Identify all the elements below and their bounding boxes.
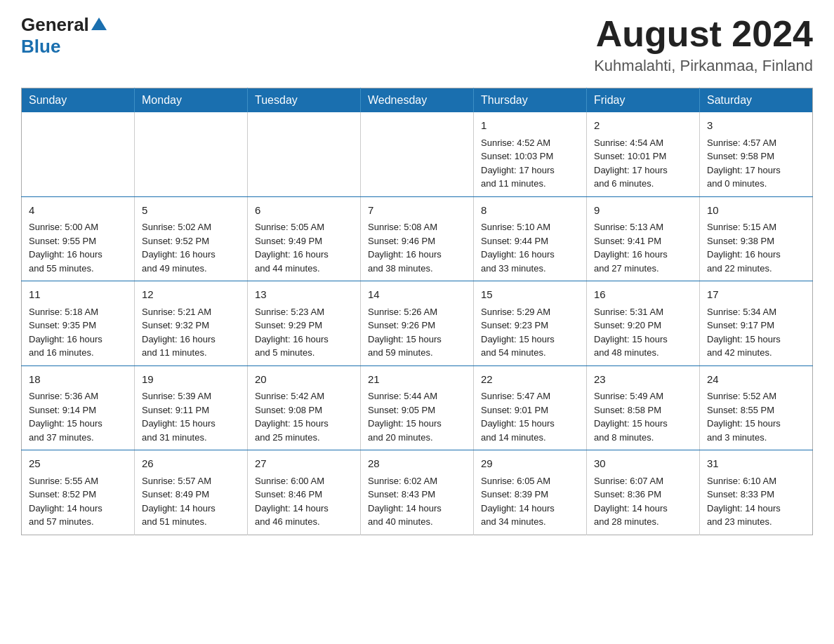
calendar-cell: 18Sunrise: 5:36 AMSunset: 9:14 PMDayligh… xyxy=(22,365,135,450)
calendar-title: August 2024 xyxy=(594,14,813,54)
title-block: August 2024 Kuhmalahti, Pirkanmaa, Finla… xyxy=(594,14,813,75)
day-number: 8 xyxy=(481,203,579,219)
calendar-cell xyxy=(22,112,135,196)
calendar-cell: 20Sunrise: 5:42 AMSunset: 9:08 PMDayligh… xyxy=(248,365,361,450)
calendar-cell: 6Sunrise: 5:05 AMSunset: 9:49 PMDaylight… xyxy=(248,196,361,281)
calendar-cell: 25Sunrise: 5:55 AMSunset: 8:52 PMDayligh… xyxy=(22,450,135,535)
calendar-cell: 10Sunrise: 5:15 AMSunset: 9:38 PMDayligh… xyxy=(700,196,813,281)
day-number: 6 xyxy=(255,203,353,219)
day-number: 18 xyxy=(29,372,127,388)
day-number: 20 xyxy=(255,372,353,388)
day-info: Sunrise: 5:10 AMSunset: 9:44 PMDaylight:… xyxy=(481,220,579,275)
calendar-cell: 27Sunrise: 6:00 AMSunset: 8:46 PMDayligh… xyxy=(248,450,361,535)
day-info: Sunrise: 5:49 AMSunset: 8:58 PMDaylight:… xyxy=(594,389,692,444)
day-info: Sunrise: 6:00 AMSunset: 8:46 PMDaylight:… xyxy=(255,474,353,529)
calendar-week-5: 25Sunrise: 5:55 AMSunset: 8:52 PMDayligh… xyxy=(22,450,813,535)
day-info: Sunrise: 5:34 AMSunset: 9:17 PMDaylight:… xyxy=(707,305,805,360)
calendar-cell: 23Sunrise: 5:49 AMSunset: 8:58 PMDayligh… xyxy=(587,365,700,450)
page-header: General Blue August 2024 Kuhmalahti, Pir… xyxy=(21,14,813,75)
day-info: Sunrise: 5:44 AMSunset: 9:05 PMDaylight:… xyxy=(368,389,466,444)
calendar-cell xyxy=(248,112,361,196)
day-number: 16 xyxy=(594,287,692,303)
calendar-cell: 24Sunrise: 5:52 AMSunset: 8:55 PMDayligh… xyxy=(700,365,813,450)
day-info: Sunrise: 5:05 AMSunset: 9:49 PMDaylight:… xyxy=(255,220,353,275)
calendar-cell: 13Sunrise: 5:23 AMSunset: 9:29 PMDayligh… xyxy=(248,281,361,366)
calendar-cell: 4Sunrise: 5:00 AMSunset: 9:55 PMDaylight… xyxy=(22,196,135,281)
day-info: Sunrise: 5:08 AMSunset: 9:46 PMDaylight:… xyxy=(368,220,466,275)
day-number: 21 xyxy=(368,372,466,388)
calendar-week-3: 11Sunrise: 5:18 AMSunset: 9:35 PMDayligh… xyxy=(22,281,813,366)
day-info: Sunrise: 5:42 AMSunset: 9:08 PMDaylight:… xyxy=(255,389,353,444)
day-number: 19 xyxy=(142,372,240,388)
day-info: Sunrise: 5:39 AMSunset: 9:11 PMDaylight:… xyxy=(142,389,240,444)
calendar-cell: 7Sunrise: 5:08 AMSunset: 9:46 PMDaylight… xyxy=(361,196,474,281)
day-info: Sunrise: 5:23 AMSunset: 9:29 PMDaylight:… xyxy=(255,305,353,360)
day-number: 26 xyxy=(142,456,240,472)
calendar-week-1: 1Sunrise: 4:52 AMSunset: 10:03 PMDayligh… xyxy=(22,112,813,196)
calendar-week-4: 18Sunrise: 5:36 AMSunset: 9:14 PMDayligh… xyxy=(22,365,813,450)
day-number: 12 xyxy=(142,287,240,303)
calendar-cell: 21Sunrise: 5:44 AMSunset: 9:05 PMDayligh… xyxy=(361,365,474,450)
day-info: Sunrise: 4:52 AMSunset: 10:03 PMDaylight… xyxy=(481,136,579,191)
calendar-location: Kuhmalahti, Pirkanmaa, Finland xyxy=(594,57,813,75)
day-info: Sunrise: 6:05 AMSunset: 8:39 PMDaylight:… xyxy=(481,474,579,529)
day-number: 23 xyxy=(594,372,692,388)
day-number: 27 xyxy=(255,456,353,472)
calendar-cell: 16Sunrise: 5:31 AMSunset: 9:20 PMDayligh… xyxy=(587,281,700,366)
day-info: Sunrise: 5:47 AMSunset: 9:01 PMDaylight:… xyxy=(481,389,579,444)
header-tuesday: Tuesday xyxy=(248,88,361,113)
day-info: Sunrise: 5:13 AMSunset: 9:41 PMDaylight:… xyxy=(594,220,692,275)
header-monday: Monday xyxy=(135,88,248,113)
day-number: 14 xyxy=(368,287,466,303)
calendar-cell: 1Sunrise: 4:52 AMSunset: 10:03 PMDayligh… xyxy=(474,112,587,196)
day-number: 24 xyxy=(707,372,805,388)
calendar-cell: 8Sunrise: 5:10 AMSunset: 9:44 PMDaylight… xyxy=(474,196,587,281)
header-wednesday: Wednesday xyxy=(361,88,474,113)
calendar-cell: 28Sunrise: 6:02 AMSunset: 8:43 PMDayligh… xyxy=(361,450,474,535)
calendar-cell: 14Sunrise: 5:26 AMSunset: 9:26 PMDayligh… xyxy=(361,281,474,366)
day-info: Sunrise: 5:55 AMSunset: 8:52 PMDaylight:… xyxy=(29,474,127,529)
day-info: Sunrise: 5:26 AMSunset: 9:26 PMDaylight:… xyxy=(368,305,466,360)
day-number: 3 xyxy=(707,118,805,134)
calendar-cell: 5Sunrise: 5:02 AMSunset: 9:52 PMDaylight… xyxy=(135,196,248,281)
calendar-cell: 19Sunrise: 5:39 AMSunset: 9:11 PMDayligh… xyxy=(135,365,248,450)
day-info: Sunrise: 5:21 AMSunset: 9:32 PMDaylight:… xyxy=(142,305,240,360)
day-number: 2 xyxy=(594,118,692,134)
header-saturday: Saturday xyxy=(700,88,813,113)
header-thursday: Thursday xyxy=(474,88,587,113)
calendar-cell: 31Sunrise: 6:10 AMSunset: 8:33 PMDayligh… xyxy=(700,450,813,535)
day-number: 29 xyxy=(481,456,579,472)
day-number: 13 xyxy=(255,287,353,303)
day-info: Sunrise: 5:57 AMSunset: 8:49 PMDaylight:… xyxy=(142,474,240,529)
day-number: 22 xyxy=(481,372,579,388)
day-info: Sunrise: 5:15 AMSunset: 9:38 PMDaylight:… xyxy=(707,220,805,275)
calendar-cell xyxy=(135,112,248,196)
day-info: Sunrise: 6:10 AMSunset: 8:33 PMDaylight:… xyxy=(707,474,805,529)
day-info: Sunrise: 5:02 AMSunset: 9:52 PMDaylight:… xyxy=(142,220,240,275)
day-number: 30 xyxy=(594,456,692,472)
day-number: 10 xyxy=(707,203,805,219)
day-info: Sunrise: 6:07 AMSunset: 8:36 PMDaylight:… xyxy=(594,474,692,529)
calendar-cell: 3Sunrise: 4:57 AMSunset: 9:58 PMDaylight… xyxy=(700,112,813,196)
header-sunday: Sunday xyxy=(22,88,135,113)
logo-text-general: General xyxy=(21,14,89,36)
day-info: Sunrise: 5:00 AMSunset: 9:55 PMDaylight:… xyxy=(29,220,127,275)
calendar-week-2: 4Sunrise: 5:00 AMSunset: 9:55 PMDaylight… xyxy=(22,196,813,281)
logo: General Blue xyxy=(21,14,107,58)
calendar-cell: 15Sunrise: 5:29 AMSunset: 9:23 PMDayligh… xyxy=(474,281,587,366)
calendar-cell: 2Sunrise: 4:54 AMSunset: 10:01 PMDayligh… xyxy=(587,112,700,196)
calendar-table: SundayMondayTuesdayWednesdayThursdayFrid… xyxy=(21,88,813,535)
day-number: 4 xyxy=(29,203,127,219)
day-number: 7 xyxy=(368,203,466,219)
day-number: 25 xyxy=(29,456,127,472)
calendar-cell: 17Sunrise: 5:34 AMSunset: 9:17 PMDayligh… xyxy=(700,281,813,366)
day-info: Sunrise: 5:31 AMSunset: 9:20 PMDaylight:… xyxy=(594,305,692,360)
calendar-cell xyxy=(361,112,474,196)
calendar-cell: 22Sunrise: 5:47 AMSunset: 9:01 PMDayligh… xyxy=(474,365,587,450)
calendar-cell: 30Sunrise: 6:07 AMSunset: 8:36 PMDayligh… xyxy=(587,450,700,535)
calendar-cell: 9Sunrise: 5:13 AMSunset: 9:41 PMDaylight… xyxy=(587,196,700,281)
calendar-header-row: SundayMondayTuesdayWednesdayThursdayFrid… xyxy=(22,88,813,113)
day-info: Sunrise: 5:29 AMSunset: 9:23 PMDaylight:… xyxy=(481,305,579,360)
day-info: Sunrise: 6:02 AMSunset: 8:43 PMDaylight:… xyxy=(368,474,466,529)
day-info: Sunrise: 4:57 AMSunset: 9:58 PMDaylight:… xyxy=(707,136,805,191)
